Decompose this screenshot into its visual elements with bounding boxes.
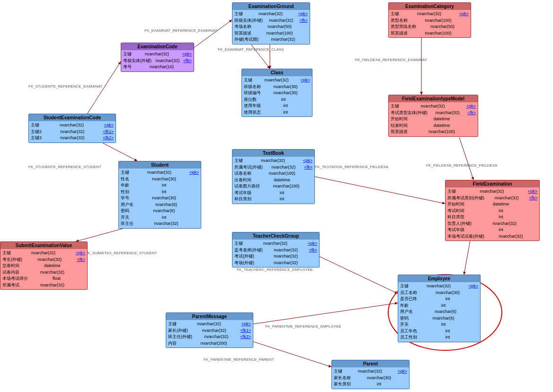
entity-row: 外键(考试期)nvarchar(32) (234, 36, 308, 43)
entity-row: 考试类型实体(外键)nvarchar(32)<fk> (391, 110, 476, 116)
svg-line-9 (459, 137, 473, 180)
entity-row: 试卷图片路径nvarchar(100) (234, 183, 312, 190)
entity-title-student: Student (119, 161, 201, 169)
entity-row: 主键2nvarchar(32)<fk1> (31, 129, 114, 135)
entity-row: 简英描述nvarchar(100) (234, 30, 308, 37)
entity-row: 主键3nvarchar(32)<fk2> (31, 135, 114, 142)
entity-row: 类型名称nvarchar(100) (391, 18, 469, 24)
entity-row: 性名nvarchar(30) (121, 176, 199, 183)
entity-teachercheckgroup: TeacherCheckGroup 主键nvarchar(32)<pk> 监考老… (232, 232, 320, 267)
entity-title-submitexaminationvalue: SubmitExaminationValue (0, 242, 87, 249)
entity-row: 科目类别int (234, 196, 312, 203)
entity-row: 考场(外键)nvarchar(32) (234, 260, 317, 267)
rel-label-2: FK_EXAMINAT_REFERENCE_CLASS (218, 47, 284, 52)
entity-row: 主键nvarchar(32)<pk> (244, 77, 310, 84)
entity-row: 密码nvarchar(6) (121, 208, 199, 214)
entity-row: 考场名称nvarchar(50) (234, 24, 308, 30)
entity-row: 主键nvarchar(32)<pk> (391, 11, 469, 18)
entity-body-fieldexaminationtypemodel: 主键nvarchar(32)<pk> 考试类型实体(外键)nvarchar(32… (389, 102, 478, 136)
entity-title-employee: Employee (398, 275, 480, 282)
entity-parent: Parent 主键nvarchar(32)<pk> 家长名称nvarchar(3… (331, 360, 410, 389)
entity-studentexaminationcode: StudentExaminationCode 主键nvarchar(32)<pk… (28, 114, 116, 143)
rel-label-3: FK_FIELDEXA_REFERENCE_EXAMINAT (355, 58, 427, 62)
entity-row: 考试(外键)nvarchar(32) (234, 253, 317, 260)
entity-row: 内容nvarchar(200) (168, 340, 251, 347)
entity-row: 主键nvarchar(32)<pk> (334, 368, 407, 375)
entity-row: 试卷名称nvarchar(100) (234, 170, 312, 177)
entity-row: 所属考试(外键)nvarchar(32)<fk> (234, 164, 312, 171)
entity-fieldexamination: FieldExamination 主键nvarchar(32)<pk> 所属考试… (445, 180, 540, 241)
rel-label-5: FK_STUDENTE_REFERENCE_STUDENT (28, 165, 101, 169)
entity-row: 是否已终int (400, 296, 478, 303)
entity-row: 主键nvarchar(32)<pk> (234, 11, 308, 18)
entity-row: 家长(外键)nvarchar(32)<fk1> (168, 328, 251, 334)
entity-body-examinationcode: 主键nvarchar(32)<pk> 考核实体(外键)nvarchar(32)<… (121, 50, 194, 71)
entity-title-examinationcategory: ExaminationCategory (389, 3, 471, 10)
entity-row: 本场考试得分float (2, 276, 85, 282)
entity-body-student: 主键nvarchar(32)<pk> 性名nvarchar(30) 年龄int … (119, 169, 201, 228)
entity-row: 座位数int (244, 97, 310, 103)
entity-row: 主键nvarchar(32)<pk> (234, 241, 317, 247)
entity-row: 主键nvarchar(32)<pk> (447, 188, 537, 195)
entity-row: 主键nvarchar(32)<pk> (234, 158, 312, 164)
entity-row: 学号nvarchar(30) (121, 195, 199, 202)
entity-body-testbook: 主键nvarchar(32)<pk> 所属考试(外键)nvarchar(32)<… (232, 157, 314, 204)
entity-title-examinationcode: ExaminationCode (121, 43, 194, 50)
entity-row: 简英描述nvarchar(100) (391, 129, 476, 135)
entity-row: 考试年级int (447, 227, 537, 233)
entity-row: 考试时间int (447, 208, 537, 214)
entity-title-parent: Parent (332, 360, 409, 367)
entity-body-parent: 主键nvarchar(32)<pk> 家长名称nvarchar(30) 家长类别… (332, 367, 409, 389)
entity-row: 开始时间datetime (447, 201, 537, 208)
entity-examinationground: ExaminationGround 主键nvarchar(32)<pk> 班级实… (232, 2, 310, 45)
entity-row: 主键nvarchar(32)<pk> (400, 283, 478, 290)
entity-row: 班级编号nvarchar(30) (244, 90, 310, 97)
entity-student: Student 主键nvarchar(32)<pk> 性名nvarchar(30… (118, 161, 201, 229)
entity-row: 开始时间datetime (391, 116, 476, 123)
entity-examinationcategory: ExaminationCategory 主键nvarchar(32)<pk> 类… (388, 2, 471, 38)
entity-title-fieldexaminationtypemodel: FieldExaminationtypeModel (389, 95, 478, 102)
entity-parentmessage: ParentMessage 主键nvarchar(32)<pk> 家长(外键)n… (166, 312, 253, 348)
entity-row: 开关int (121, 214, 199, 221)
entity-row: 主键nvarchar(32)<pk> (391, 103, 476, 110)
entity-row: 主键nvarchar(32)<pk> (168, 321, 251, 328)
entity-row: 班主任(外键)nvarchar(32)<fk2> (168, 334, 251, 340)
rel-label-4: FK_STUDENTE_REFERENCE_EXAMINAT (28, 84, 102, 89)
entity-title-teachercheckgroup: TeacherCheckGroup (232, 232, 319, 240)
entity-body-studentexaminationcode: 主键nvarchar(32)<pk> 主键2nvarchar(32)<fk1> … (29, 121, 116, 143)
rel-label-7: FK_FIELDEXA_REFERENCE_FIELDEXA (426, 163, 497, 168)
rel-label-9: FK_TEACHERC_REFERENCE_EMPLOYEE (237, 267, 313, 272)
entity-row: 员工名称nvarchar(30) (400, 290, 478, 296)
entity-title-parentmessage: ParentMessage (166, 313, 253, 320)
entity-row: 类型简练名称nvarchar(50) (391, 24, 469, 30)
entity-row: 使用状态int (244, 109, 310, 116)
entity-fieldexaminationtypemodel: FieldExaminationtypeModel 主键nvarchar(32)… (388, 95, 478, 137)
rel-label-8: FK_SUBMITEX_REFERENCE_STUDENT (85, 251, 157, 255)
entity-row: 密码nvarchar(6) (400, 315, 478, 322)
entity-title-class: Class (242, 69, 312, 76)
entity-submitexaminationvalue: SubmitExaminationValue 主键nvarchar(32)<pk… (0, 241, 88, 290)
entity-testbook: TestBook 主键nvarchar(32)<pk> 所属考试(外键)nvar… (232, 149, 315, 204)
entity-title-studentexaminationcode: StudentExaminationCode (29, 114, 116, 121)
entity-row: 年龄int (400, 303, 478, 309)
entity-row: 用户名nvarchar(6) (400, 309, 478, 315)
rel-label-6: FK_TESTBOOK_REFERENCE_FIELDEXA (315, 165, 388, 169)
entity-row: 主键nvarchar(32)<pk> (123, 51, 192, 58)
entity-title-fieldexamination: FieldExamination (446, 180, 539, 187)
entity-row: 考试年级int (234, 190, 312, 196)
entity-row: 科目类型int (447, 214, 537, 221)
svg-line-11 (308, 251, 398, 294)
svg-line-13 (251, 303, 398, 324)
entity-row: 家长类别int (334, 381, 407, 388)
diagram-container: FK_EXAMINAT_REFERENCE_EXAMINAT FK_EXAMIN… (0, 0, 553, 392)
entity-row: 班主任nvarchar(32) (121, 221, 199, 227)
entity-row: 负责人(外键)nvarchar(32) (447, 221, 537, 227)
entity-row: 考生(外键)nvarchar(32)<fk> (2, 257, 85, 263)
entity-row: 主键nvarchar(32)<pk> (121, 169, 199, 176)
entity-row: 员工年色int (400, 328, 478, 335)
svg-line-6 (83, 62, 121, 121)
entity-row: 员工性别int (400, 334, 478, 341)
entity-body-fieldexamination: 主键nvarchar(32)<pk> 所属考试类别(外键)nvarchar(32… (446, 187, 539, 241)
entity-row: 用户名nvarchar(6) (121, 202, 199, 208)
entity-row: 本场考试试卷(外键)nvarchar(32) (447, 233, 537, 240)
